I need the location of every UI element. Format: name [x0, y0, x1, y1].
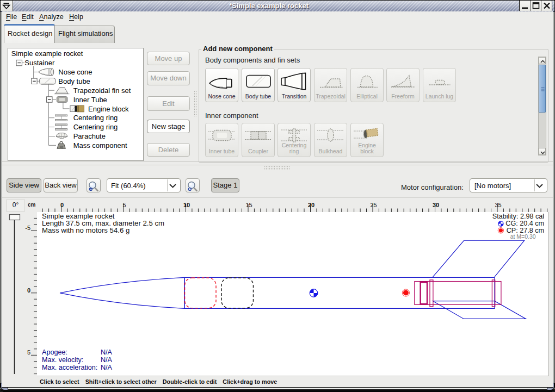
svg-text:Centering ring: Centering ring: [73, 114, 118, 122]
svg-text:15: 15: [245, 202, 252, 208]
svg-text:N/A: N/A: [101, 364, 113, 371]
svg-text:N/A: N/A: [101, 356, 113, 364]
svg-text:5: 5: [27, 349, 30, 356]
svg-text:kg: kg: [60, 145, 63, 148]
svg-text:Simple example rocket: Simple example rocket: [11, 49, 83, 58]
svg-text:Max. acceleration:: Max. acceleration:: [42, 364, 97, 371]
svg-text:Engine block: Engine block: [88, 105, 129, 113]
svg-text:Inner Tube: Inner Tube: [73, 96, 107, 104]
svg-text:0: 0: [27, 287, 30, 294]
svg-text:10: 10: [183, 202, 190, 208]
svg-text:-5: -5: [25, 225, 30, 231]
svg-text:Trapezoidal fin set: Trapezoidal fin set: [73, 86, 131, 95]
svg-text:at M=0.30: at M=0.30: [510, 233, 536, 240]
svg-text:CG: 20.4 cm: CG: 20.4 cm: [505, 220, 544, 227]
svg-text:Mass with no motors 54.6 g: Mass with no motors 54.6 g: [42, 226, 130, 234]
svg-text:0: 0: [60, 202, 64, 208]
svg-text:Centering ring: Centering ring: [73, 123, 118, 131]
svg-text:Sustainer: Sustainer: [24, 59, 55, 67]
svg-text:Nose cone: Nose cone: [58, 68, 92, 76]
svg-text:Apogee:: Apogee:: [42, 349, 67, 356]
svg-text:25: 25: [370, 202, 377, 208]
svg-text:5: 5: [122, 202, 126, 208]
svg-text:Mass component: Mass component: [73, 141, 127, 150]
svg-text:20: 20: [308, 202, 314, 208]
svg-text:Parachute: Parachute: [73, 132, 106, 140]
svg-text:Max. velocity:: Max. velocity:: [42, 356, 83, 364]
svg-text:30: 30: [433, 202, 439, 208]
svg-text:Body tube: Body tube: [58, 77, 90, 85]
svg-text:35: 35: [495, 202, 501, 208]
svg-text:Stability: 2.98 cal: Stability: 2.98 cal: [492, 213, 544, 220]
svg-text:N/A: N/A: [101, 349, 113, 356]
